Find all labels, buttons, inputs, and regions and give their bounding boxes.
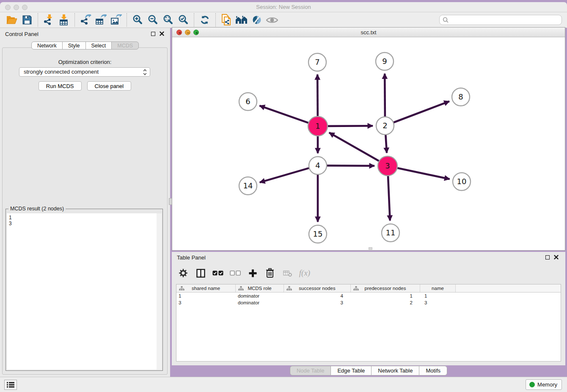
graph-node-2[interactable]: 2 xyxy=(376,117,394,135)
tab-network-table[interactable]: Network Table xyxy=(371,366,419,375)
zoom-fit-button[interactable] xyxy=(160,13,176,27)
close-table-panel-icon[interactable] xyxy=(554,254,559,261)
open-session-button[interactable] xyxy=(4,13,19,27)
graph-node-4[interactable]: 4 xyxy=(309,157,327,174)
table-row[interactable]: 3dominator323 xyxy=(176,299,561,306)
column-layout-button[interactable] xyxy=(194,267,207,279)
float-table-panel-icon[interactable] xyxy=(545,255,550,259)
cell-mcds-role[interactable]: dominator xyxy=(236,293,284,299)
export-image-button[interactable] xyxy=(108,13,124,27)
tab-network[interactable]: Network xyxy=(31,41,63,50)
task-history-button[interactable] xyxy=(4,380,17,390)
edge-4-3[interactable] xyxy=(327,166,374,166)
import-network-button[interactable] xyxy=(41,13,56,27)
graph-node-7[interactable]: 7 xyxy=(308,53,326,71)
minimize-window-button[interactable] xyxy=(14,5,19,10)
criterion-dropdown[interactable]: strongly connected component xyxy=(19,67,150,77)
unchecked-boxes-icon xyxy=(230,271,241,276)
edge-2-9[interactable] xyxy=(385,74,385,117)
column-header-shared-name[interactable]: shared name xyxy=(176,284,236,292)
edge-1-2[interactable] xyxy=(328,126,373,126)
tab-motifs[interactable]: Motifs xyxy=(419,366,447,375)
titlebar: Session: New Session xyxy=(0,2,567,12)
houses-button[interactable] xyxy=(234,13,249,27)
edge-4-14[interactable] xyxy=(260,168,309,182)
duplicate-network-button[interactable] xyxy=(219,13,234,27)
run-mcds-button[interactable]: Run MCDS xyxy=(39,81,82,91)
hide-graphics-button[interactable] xyxy=(249,13,264,27)
close-window-button[interactable] xyxy=(5,5,11,10)
chevron-stepper-icon xyxy=(143,69,147,78)
column-header-predecessor-nodes[interactable]: predecessor nodes xyxy=(351,284,420,292)
graph-node-11[interactable]: 11 xyxy=(382,224,399,242)
tab-select[interactable]: Select xyxy=(85,41,112,50)
export-table-button[interactable] xyxy=(93,13,108,27)
result-scrollbar[interactable] xyxy=(156,213,162,370)
close-panel-icon[interactable] xyxy=(160,30,164,38)
table-row[interactable]: 1dominator411 xyxy=(176,293,561,299)
graph-node-6[interactable]: 6 xyxy=(239,93,257,110)
cell-name[interactable]: 1 xyxy=(420,293,456,299)
cell-predecessor-nodes[interactable]: 2 xyxy=(351,299,420,306)
edge-1-6[interactable] xyxy=(259,106,308,123)
select-all-columns-button[interactable] xyxy=(212,267,224,279)
graph-node-8[interactable]: 8 xyxy=(452,88,470,106)
cell-mcds-role[interactable]: dominator xyxy=(236,299,284,306)
tab-style[interactable]: Style xyxy=(62,41,86,50)
export-network-icon xyxy=(80,14,91,25)
close-panel-button[interactable]: Close panel xyxy=(87,81,132,91)
graph-node-1[interactable]: 1 xyxy=(308,116,328,136)
zoom-window-button[interactable] xyxy=(22,5,28,10)
graph-node-15[interactable]: 15 xyxy=(309,225,327,243)
tab-edge-table[interactable]: Edge Table xyxy=(330,366,372,375)
zoom-selected-button[interactable] xyxy=(176,13,191,27)
edge-1-7[interactable] xyxy=(317,75,318,116)
tab-mcds[interactable]: MCDS xyxy=(111,41,139,50)
deselect-all-columns-button[interactable] xyxy=(229,267,242,279)
network-canvas[interactable]: 7968124314101511 xyxy=(172,38,565,250)
network-graph[interactable]: 7968124314101511 xyxy=(172,38,565,251)
edge-3-1[interactable] xyxy=(329,133,379,161)
memory-button[interactable]: Memory xyxy=(526,379,562,390)
graph-node-10[interactable]: 10 xyxy=(453,173,471,190)
control-panel: Control Panel NetworkStyleSelectMCDS Opt… xyxy=(0,28,170,377)
graph-node-3[interactable]: 3 xyxy=(378,156,397,176)
save-session-button[interactable] xyxy=(19,13,35,27)
network-window-titlebar[interactable]: scc.txt xyxy=(172,28,565,37)
cell-predecessor-nodes[interactable]: 1 xyxy=(351,293,420,299)
edge-3-11[interactable] xyxy=(388,176,390,221)
application-window: Session: New Session xyxy=(0,0,567,392)
close-network-button[interactable] xyxy=(176,30,182,35)
maximize-network-button[interactable] xyxy=(193,30,199,35)
zoom-in-button[interactable] xyxy=(130,13,145,27)
canvas-resize-nub[interactable] xyxy=(369,247,372,250)
graph-node-9[interactable]: 9 xyxy=(376,52,394,70)
svg-text:11: 11 xyxy=(386,228,396,237)
cell-name[interactable]: 3 xyxy=(420,299,456,306)
zoom-out-button[interactable] xyxy=(145,13,160,27)
export-network-button[interactable] xyxy=(78,13,93,27)
edge-2-8[interactable] xyxy=(394,101,449,122)
search-input[interactable] xyxy=(451,16,561,24)
refresh-button[interactable] xyxy=(197,13,212,27)
edge-3-10[interactable] xyxy=(397,168,450,179)
graph-node-14[interactable]: 14 xyxy=(239,177,257,195)
cell-shared-name[interactable]: 1 xyxy=(176,293,236,299)
edge-2-3[interactable] xyxy=(385,135,387,153)
float-panel-icon[interactable] xyxy=(151,32,155,36)
eye-icon xyxy=(266,16,278,24)
tab-node-table[interactable]: Node Table xyxy=(290,366,331,375)
column-header-name[interactable]: name xyxy=(420,284,456,292)
import-table-button[interactable] xyxy=(56,13,72,27)
column-header-successor-nodes[interactable]: successor nodes xyxy=(284,284,351,292)
cell-successor-nodes[interactable]: 3 xyxy=(284,299,351,306)
cell-successor-nodes[interactable]: 4 xyxy=(284,293,351,299)
cell-shared-name[interactable]: 3 xyxy=(176,299,236,306)
add-column-button[interactable] xyxy=(246,267,259,279)
mcds-result-text[interactable]: 1 3 xyxy=(7,213,156,370)
column-header-mcds-role[interactable]: MCDS role xyxy=(236,284,284,292)
search-field[interactable] xyxy=(439,15,562,25)
delete-column-button[interactable] xyxy=(264,267,276,279)
table-settings-button[interactable] xyxy=(177,267,190,279)
minimize-network-button[interactable] xyxy=(185,30,190,35)
